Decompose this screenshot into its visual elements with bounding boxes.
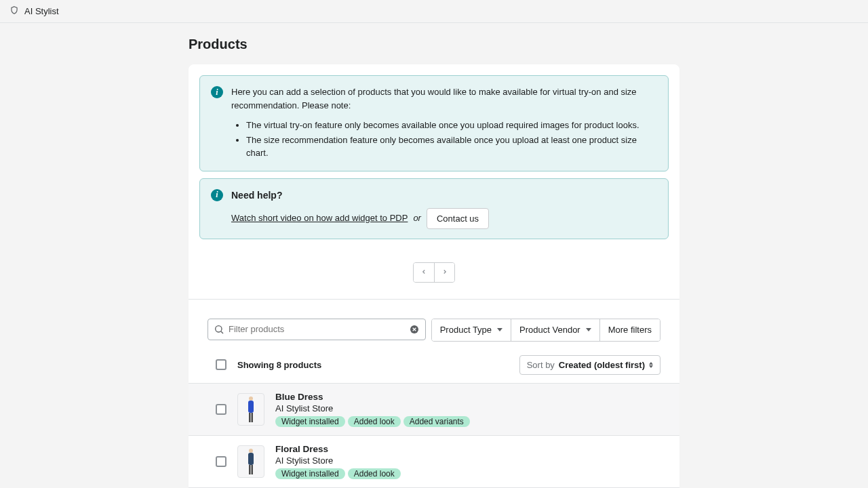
product-badges: Widget installedAdded look <box>275 468 660 479</box>
product-row[interactable]: Floral DressAI Stylist StoreWidget insta… <box>189 435 679 487</box>
row-checkbox[interactable] <box>216 404 226 415</box>
product-list: Blue DressAI Stylist StoreWidget install… <box>189 383 679 489</box>
list-header: Showing 8 products Sort by Created (olde… <box>199 350 669 383</box>
product-vendor-label: Product Vendor <box>519 325 580 335</box>
status-badge: Widget installed <box>275 468 345 479</box>
product-thumbnail <box>237 445 264 478</box>
svg-point-7 <box>249 449 253 453</box>
info-icon: i <box>211 189 223 201</box>
svg-rect-5 <box>249 413 251 422</box>
product-type-label: Product Type <box>440 325 492 335</box>
caret-down-icon <box>497 328 502 331</box>
search-input[interactable] <box>224 324 409 334</box>
help-video-link[interactable]: Watch short video on how add widget to P… <box>231 211 408 225</box>
app-shield-icon <box>9 5 19 17</box>
sort-caret-icon <box>649 362 653 368</box>
next-page-button[interactable] <box>434 263 454 282</box>
product-thumbnail <box>237 393 264 426</box>
help-or: or <box>413 211 421 225</box>
info-icon: i <box>211 86 223 98</box>
main-card: i Here you can add a selection of produc… <box>189 64 679 488</box>
row-checkbox[interactable] <box>216 456 226 467</box>
app-title: AI Stylist <box>24 6 59 16</box>
product-vendor: AI Stylist Store <box>275 455 660 466</box>
pagination <box>189 246 679 300</box>
caret-down-icon <box>586 328 591 331</box>
product-vendor: AI Stylist Store <box>275 403 660 413</box>
status-badge: Added variants <box>403 416 470 427</box>
sort-value: Created (oldest first) <box>559 360 645 370</box>
product-title: Floral Dress <box>275 444 660 454</box>
sort-button[interactable]: Sort by Created (oldest first) <box>519 355 660 375</box>
search-icon <box>214 324 224 335</box>
svg-line-1 <box>221 331 223 333</box>
more-filters-label: More filters <box>608 325 652 335</box>
info-banner: i Here you can add a selection of produc… <box>199 75 669 171</box>
filter-bar: Product Type Product Vendor More filters <box>199 300 669 350</box>
prev-page-button[interactable] <box>414 263 434 282</box>
status-badge: Added look <box>348 468 401 479</box>
chevron-left-icon <box>420 267 427 277</box>
select-all-checkbox[interactable] <box>216 359 226 370</box>
clear-search-icon[interactable] <box>409 324 420 335</box>
help-title: Need help? <box>231 188 657 203</box>
chevron-right-icon <box>441 267 448 277</box>
topbar: AI Stylist <box>0 0 868 23</box>
svg-rect-9 <box>249 465 251 474</box>
info-bullet: The virtual try-on feature only becomes … <box>246 119 657 132</box>
product-vendor-filter[interactable]: Product Vendor <box>511 319 599 341</box>
svg-rect-6 <box>252 413 254 422</box>
search-input-wrap[interactable] <box>208 319 426 340</box>
more-filters-button[interactable]: More filters <box>599 319 660 341</box>
svg-rect-4 <box>248 401 254 413</box>
product-row[interactable]: Blue DressAI Stylist StoreWidget install… <box>189 383 679 435</box>
svg-point-0 <box>216 325 222 331</box>
product-row-body: Blue DressAI Stylist StoreWidget install… <box>275 392 660 427</box>
contact-us-button[interactable]: Contact us <box>427 208 489 229</box>
info-bullet: The size recommendation feature only bec… <box>246 134 657 160</box>
showing-count: Showing 8 products <box>237 360 321 370</box>
product-badges: Widget installedAdded lookAdded variants <box>275 416 660 427</box>
svg-rect-10 <box>252 465 254 474</box>
status-badge: Added look <box>348 416 401 427</box>
info-intro: Here you can add a selection of products… <box>231 85 657 112</box>
help-banner: i Need help? Watch short video on how ad… <box>199 178 669 239</box>
page-title: Products <box>189 37 679 52</box>
svg-point-3 <box>249 396 253 401</box>
product-title: Blue Dress <box>275 392 660 402</box>
product-type-filter[interactable]: Product Type <box>432 319 511 341</box>
status-badge: Widget installed <box>275 416 345 427</box>
svg-rect-8 <box>248 453 254 465</box>
product-row-body: Floral DressAI Stylist StoreWidget insta… <box>275 444 660 479</box>
sort-prefix: Sort by <box>527 360 555 370</box>
